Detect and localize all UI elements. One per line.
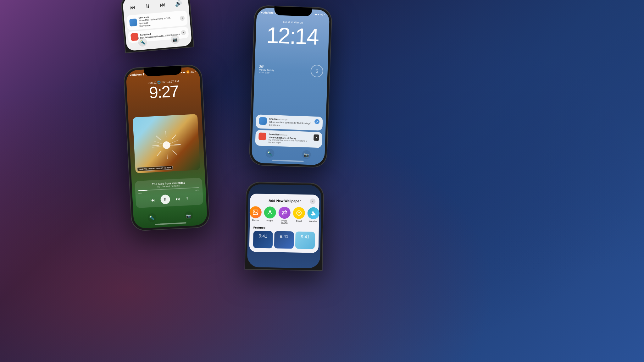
wallpaper-preview-2[interactable]: 9:41 [274,231,294,249]
people-circle [264,206,276,219]
weather-icon [310,210,317,216]
pause-button[interactable]: ⏸ [145,3,151,9]
svg-line-2 [167,153,167,159]
weather-ring: 6 [310,64,323,77]
photos-label: Photos [252,219,259,221]
volume-button[interactable]: 🔊 [175,0,182,7]
phone-2-time: 9:27 [126,82,201,102]
forward-button[interactable]: ⏭ [159,1,166,8]
notif-expand-icon[interactable]: ↗ [180,16,185,21]
wallpaper-dialog-title: Add New Wallpaper [259,199,310,203]
wallpaper-options: Photos People [253,206,315,224]
phone-3-notif-shortcuts[interactable]: Shortcuts 22m ago When MaxTicci connects… [256,114,323,130]
phone3-scrobbled-detail: My Chemical Romance — The Foundations of… [269,139,311,145]
phone-music-player: vodafone ℹ ●●● 📶 4G ▪ Sun 11 🌐 NYC 3:27 … [123,64,210,231]
phone-2-screen: vodafone ℹ ●●● 📶 4G ▪ Sun 11 🌐 NYC 3:27 … [126,67,208,229]
phone-4-screen: Add New Wallpaper × Photos [247,184,322,268]
phone-3-status-icons: ●●● 4G ▪ [314,13,325,16]
photos-circle [249,206,262,218]
music-forward-btn[interactable]: ⏭ [175,196,180,201]
people-label: People [266,219,273,222]
phone-3-notifications: Shortcuts 22m ago When MaxTicci connects… [255,114,323,148]
phone-3-flashlight[interactable]: 🔦 [265,149,275,158]
phone-3-notch [274,6,312,16]
music-pause-btn[interactable]: ⏸ [160,195,170,205]
weather-circle [307,207,319,219]
weather-info: 29° Mostly Sunny H:30° L:18° [259,64,274,74]
svg-line-3 [153,145,159,146]
svg-point-18 [299,212,300,213]
phone-3-bottom-controls: 🔦 📷 [252,148,325,160]
svg-point-17 [298,212,299,213]
phone-2-camera[interactable]: 📷 [184,211,193,220]
rewind-button[interactable]: ⏮ [130,4,136,11]
phone3-shortcuts-expand[interactable]: ↗ [314,119,320,124]
progress-fill [138,190,147,191]
wallpaper-dialog-header: Add New Wallpaper × [254,197,315,204]
camera-icon[interactable]: 📷 [170,35,180,44]
wallpaper-option-photoshuffle[interactable]: Photo Shuffle [278,207,291,224]
time-elapsed: 0:33 [138,192,142,195]
wallpaper-close-button[interactable]: × [310,198,315,204]
wallpaper-option-email[interactable]: Email [293,207,305,224]
svg-line-6 [172,150,177,155]
flashlight-icon[interactable]: 🔦 [138,37,147,47]
wallpaper-preview-3[interactable]: 9:41 [295,232,315,249]
wallpaper-option-photos[interactable]: Photos [249,206,262,224]
emoji-icon [296,210,302,216]
svg-point-16 [297,211,301,215]
music-rewind-btn[interactable]: ⏮ [150,197,155,203]
email-label: Email [296,220,302,222]
people-icon [267,209,273,216]
phone-3-date-info: Tue 6 ☀ Viterbo 12:14 [255,19,329,48]
svg-line-1 [166,131,166,137]
featured-label: Featured [253,226,315,230]
album-art-overlay [133,114,200,173]
svg-line-4 [175,145,181,145]
phone-3-weather: 29° Mostly Sunny H:30° L:18° 6 [259,63,323,77]
wallpaper-option-people[interactable]: People [264,206,276,224]
phone3-scrobbled-icon [258,133,266,140]
home-indicator-3 [272,160,304,162]
phone-2-bottom-controls: 🔦 📷 [133,211,207,223]
email-circle [293,207,305,219]
phone-2-status-icons: ●●● 📶 4G ▪ [181,70,196,74]
svg-line-8 [157,151,162,156]
album-art-svg [147,124,186,163]
photos-icon [253,209,259,215]
svg-line-5 [156,135,161,140]
time-remaining: -4:52 [195,189,199,192]
phone-1-screen: ⏮ ⏸ ⏭ 🔊 Shortcuts When MaxTicci connects… [122,0,192,51]
phone-3-camera[interactable]: 📷 [302,150,311,159]
phone-3-screen: vodafone ℹ ●●● 4G ▪ Tue 6 ☀ Viterbo 12:1… [251,8,330,165]
wallpaper-preview-1[interactable]: 9:41 [253,231,273,248]
wallpaper-dialog: Add New Wallpaper × Photos [249,194,319,253]
album-art: PARENTAL ADVISORY EXPLICIT CONTENT [133,114,200,173]
phone-2-carrier: vodafone ℹ [130,73,144,76]
preview-2-time: 9:41 [274,233,294,239]
svg-point-14 [254,211,255,211]
phone-wallpaper-picker: Add New Wallpaper × Photos [245,182,324,271]
weather-label: Weather [309,220,317,222]
wallpaper-previews: 9:41 9:41 9:41 [253,231,315,249]
phone-2-info: Sun 11 🌐 NYC 3:27 PM 9:27 [126,79,201,102]
phone-lock-screen: vodafone ℹ ●●● 4G ▪ Tue 6 ☀ Viterbo 12:1… [249,5,332,168]
phone-2-flashlight[interactable]: 🔦 [147,213,156,222]
svg-point-15 [269,210,271,212]
playback-buttons: ⏮ ⏸ ⏭ ⬆ [139,193,200,206]
shortcuts-icon [129,19,137,27]
home-indicator-2 [155,222,186,225]
phone3-shortcuts-icon [259,117,267,125]
photoshuffle-label: Photo Shuffle [278,220,290,224]
photoshuffle-icon [281,210,288,216]
phone-1-music-controls: ⏮ ⏸ ⏭ 🔊 [123,0,189,12]
weather-hi-lo: H:30° L:18° [259,71,274,74]
phone3-scrobbled-expand[interactable]: ▪ [314,134,319,141]
wallpaper-option-weather[interactable]: Weather [307,207,319,225]
airplay-btn[interactable]: ⬆ [186,196,188,200]
music-player-controls: The Kids from Yesterday My Chemical Roma… [135,178,203,208]
phone-3-carrier: vodafone ℹ [261,11,275,15]
svg-line-7 [172,134,176,139]
phone-top-center: ⏮ ⏸ ⏭ 🔊 Shortcuts When MaxTicci connects… [120,0,194,53]
phone-3-notif-scrobbled[interactable]: Scrobbled 15m ago The Foundations of Dec… [255,130,322,148]
